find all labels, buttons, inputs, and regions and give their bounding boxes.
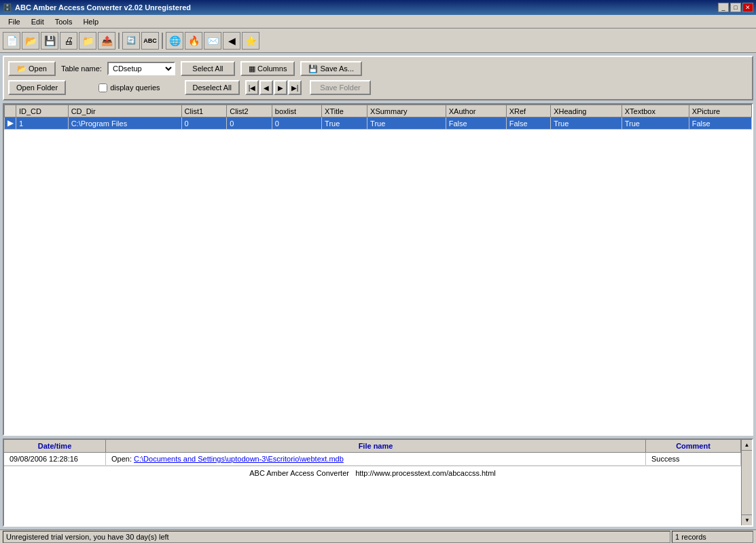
title-text: ABC Amber Access Converter v2.02 Unregis… (15, 3, 191, 12)
log-header: Date/time File name Comment (4, 440, 741, 453)
log-header-comment: Comment (646, 440, 741, 452)
save-icon-inline: 💾 (308, 64, 318, 73)
col-boxlist[interactable]: boxlist (272, 105, 321, 117)
nav-last-button[interactable]: ▶| (288, 80, 302, 95)
display-queries-checkbox-label: display queries (98, 83, 160, 92)
save-as-button[interactable]: 💾 Save As... (300, 61, 362, 76)
footer-url-link[interactable]: http://www.processtext.com/abcaccss.html (355, 469, 496, 477)
minimize-button[interactable]: _ (718, 3, 729, 12)
col-clist2[interactable]: Clist2 (227, 105, 272, 117)
content-area: 📂 Open Table name: CDsetup Select All ▦ … (0, 53, 756, 529)
title-bar-left: 🗄️ ABC Amber Access Converter v2.02 Unre… (3, 3, 191, 12)
app-icon: 🗄️ (3, 3, 12, 12)
controls-row2: Open Folder display queries Deselect All… (8, 80, 748, 95)
open-file-icon[interactable]: 📂 (22, 32, 39, 50)
controls-row1: 📂 Open Table name: CDsetup Select All ▦ … (8, 61, 748, 76)
table-row[interactable]: ▶1C:\Program Files000TrueTrueFalseFalseT… (5, 117, 752, 130)
close-button[interactable]: ✕ (742, 3, 753, 12)
print-icon[interactable]: 🖨 (60, 32, 77, 50)
footer-area: ABC Amber Access Converter http://www.pr… (4, 466, 741, 480)
log-header-filename: File name (106, 440, 646, 452)
col-indicator (5, 105, 16, 117)
data-table: ID_CD CD_Dir Clist1 Clist2 boxlist XTitl… (4, 105, 752, 130)
spell-icon[interactable]: ABC (141, 32, 159, 50)
table-body: ▶1C:\Program Files000TrueTrueFalseFalseT… (5, 117, 752, 130)
log-scrollbar: ▲ ▼ (741, 440, 752, 525)
maximize-button[interactable]: □ (730, 3, 741, 12)
log-filename-link[interactable]: C:\Documents and Settings\uptodown-3\Esc… (134, 455, 344, 463)
folder-icon[interactable]: 📁 (79, 32, 96, 50)
log-inner: Date/time File name Comment 09/08/2006 1… (4, 440, 752, 525)
email-icon[interactable]: ✉️ (204, 32, 221, 50)
open-icon: 📂 (17, 64, 26, 73)
table-cell-clist2: 0 (227, 117, 272, 130)
columns-button[interactable]: ▦ Columns (240, 61, 295, 76)
table-cell-xtitle: True (322, 117, 367, 130)
col-xauthor[interactable]: XAuthor (446, 105, 506, 117)
table-cell-clist1: 0 (181, 117, 227, 130)
col-cd-dir[interactable]: CD_Dir (68, 105, 181, 117)
nav-prev-button[interactable]: ◀ (259, 80, 273, 95)
table-cell-id_cd: 1 (16, 117, 69, 130)
col-xref[interactable]: XRef (506, 105, 550, 117)
status-right: 1 records (672, 531, 753, 543)
table-container[interactable]: ID_CD CD_Dir Clist1 Clist2 boxlist XTitl… (3, 103, 753, 436)
col-xtextbox[interactable]: XTextbox (622, 105, 689, 117)
fire-icon[interactable]: 🔥 (185, 32, 202, 50)
col-id-cd[interactable]: ID_CD (16, 105, 69, 117)
log-container: Date/time File name Comment 09/08/2006 1… (3, 438, 753, 527)
log-comment: Success (646, 453, 741, 465)
table-cell-boxlist: 0 (272, 117, 321, 130)
toolbar: 📄 📂 💾 🖨 📁 📤 🔄 ABC 🌐 🔥 ✉️ ◀ ⭐ (0, 29, 756, 53)
menu-file[interactable]: File (3, 16, 26, 27)
toolbar-separator-1 (118, 33, 120, 49)
title-bar: 🗄️ ABC Amber Access Converter v2.02 Unre… (0, 0, 756, 15)
status-left: Unregistered trial version, you have 30 … (3, 531, 670, 543)
col-xpicture[interactable]: XPicture (689, 105, 751, 117)
web-icon[interactable]: 🌐 (166, 32, 183, 50)
export-icon[interactable]: 📤 (98, 32, 115, 50)
nav-first-button[interactable]: |◀ (245, 80, 259, 95)
select-all-button[interactable]: Select All (181, 61, 235, 76)
table-cell-cd_dir: C:\Program Files (68, 117, 181, 130)
top-panel: 📂 Open Table name: CDsetup Select All ▦ … (3, 56, 753, 100)
log-datetime: 09/08/2006 12:28:16 (4, 453, 106, 465)
open-button[interactable]: 📂 Open (8, 61, 56, 76)
nav-buttons: |◀ ◀ ▶ ▶| (245, 80, 302, 95)
display-queries-checkbox[interactable] (98, 83, 107, 92)
refresh-icon[interactable]: 🔄 (122, 32, 140, 50)
table-name-select[interactable]: CDsetup (107, 62, 175, 75)
nav-next-button[interactable]: ▶ (274, 80, 287, 95)
back-icon[interactable]: ◀ (223, 32, 240, 50)
menu-tools[interactable]: Tools (50, 16, 78, 27)
toolbar-separator-2 (162, 33, 163, 49)
save-icon[interactable]: 💾 (41, 32, 58, 50)
open-folder-button[interactable]: Open Folder (8, 80, 66, 95)
deselect-all-button[interactable]: Deselect All (185, 80, 240, 95)
log-scroll-up-button[interactable]: ▲ (742, 440, 752, 451)
table-cell-indicator: ▶ (5, 117, 16, 130)
col-xsummary[interactable]: XSummary (367, 105, 446, 117)
app-window: 🗄️ ABC Amber Access Converter v2.02 Unre… (0, 0, 756, 543)
log-open-text: Open: (111, 455, 134, 463)
table-cell-xref: False (506, 117, 550, 130)
table-name-label: Table name: (61, 64, 102, 73)
menu-bar: File Edit Tools Help (0, 15, 756, 29)
menu-edit[interactable]: Edit (26, 16, 50, 27)
log-body: 09/08/2006 12:28:16 Open: C:\Documents a… (4, 453, 741, 466)
menu-help[interactable]: Help (77, 16, 104, 27)
table-header-row: ID_CD CD_Dir Clist1 Clist2 boxlist XTitl… (5, 105, 752, 117)
star-icon[interactable]: ⭐ (242, 32, 259, 50)
title-bar-controls: _ □ ✕ (718, 3, 753, 12)
log-scroll-down-button[interactable]: ▼ (742, 514, 753, 525)
col-xheading[interactable]: XHeading (551, 105, 622, 117)
col-xtitle[interactable]: XTitle (322, 105, 367, 117)
footer-app-name: ABC Amber Access Converter (249, 469, 349, 477)
new-icon[interactable]: 📄 (3, 32, 20, 50)
save-folder-button: Save Folder (310, 80, 371, 95)
table-cell-xsummary: True (367, 117, 446, 130)
list-item: 09/08/2006 12:28:16 Open: C:\Documents a… (4, 453, 741, 466)
col-clist1[interactable]: Clist1 (181, 105, 227, 117)
log-header-datetime: Date/time (4, 440, 106, 452)
status-text: Unregistered trial version, you have 30 … (6, 533, 169, 541)
